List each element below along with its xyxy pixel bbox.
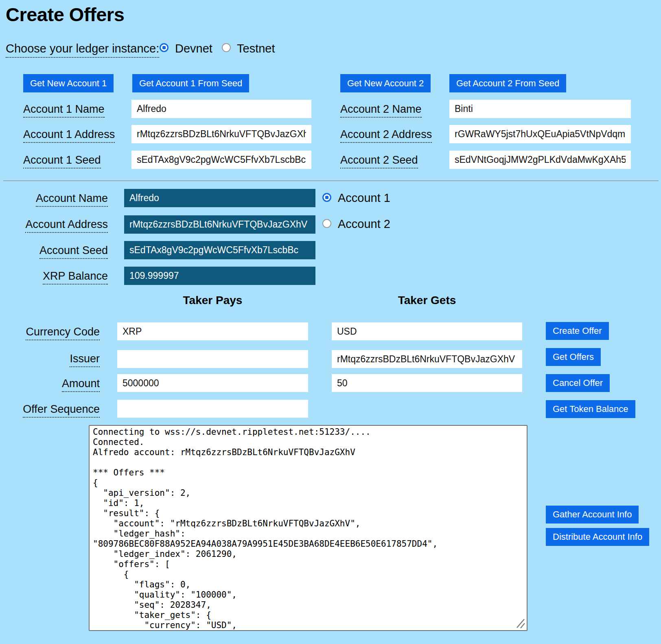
use-account2-radio-label: Account 2 <box>338 217 390 231</box>
account1-seed-label: Account 1 Seed <box>23 154 101 169</box>
selected-account-address-label: Account Address <box>25 218 108 233</box>
taker-gets-amount-input[interactable] <box>332 374 522 392</box>
account1-address-input[interactable] <box>131 125 311 143</box>
get-offers-button[interactable]: Get Offers <box>546 348 601 366</box>
selected-account-name-label: Account Name <box>36 192 108 207</box>
selected-account-address-field[interactable] <box>124 215 315 234</box>
testnet-radio-label: Testnet <box>237 42 275 55</box>
account2-seed-input[interactable] <box>449 151 631 169</box>
page-title: Create Offers <box>6 3 124 26</box>
account2-address-label: Account 2 Address <box>340 128 432 143</box>
selected-account-name-field[interactable] <box>124 189 315 207</box>
selected-account-seed-field[interactable] <box>124 241 315 259</box>
taker-pays-issuer-input[interactable] <box>117 350 308 368</box>
cancel-offer-button[interactable]: Cancel Offer <box>546 374 610 392</box>
create-offer-button[interactable]: Create Offer <box>546 322 609 340</box>
results-console[interactable]: Connecting to wss://s.devnet.rippletest.… <box>89 425 527 631</box>
account2-address-input[interactable] <box>449 125 631 143</box>
taker-gets-currency-input[interactable] <box>332 322 522 340</box>
use-account1-radio[interactable] <box>322 193 331 202</box>
currency-code-label: Currency Code <box>26 326 100 340</box>
testnet-radio[interactable] <box>222 43 231 52</box>
account2-name-input[interactable] <box>449 100 631 118</box>
get-account1-from-seed-button[interactable]: Get Account 1 From Seed <box>132 74 249 92</box>
section-divider <box>3 180 659 181</box>
offer-sequence-input[interactable] <box>117 400 308 418</box>
get-token-balance-button[interactable]: Get Token Balance <box>546 400 635 418</box>
distribute-account-info-button[interactable]: Distribute Account Info <box>546 528 649 546</box>
get-account2-from-seed-button[interactable]: Get Account 2 From Seed <box>449 74 566 92</box>
account2-name-label: Account 2 Name <box>340 103 422 118</box>
selected-account-seed-label: Account Seed <box>39 244 108 259</box>
taker-gets-header: Taker Gets <box>332 294 522 307</box>
account1-address-label: Account 1 Address <box>23 128 115 143</box>
taker-gets-issuer-input[interactable] <box>332 350 522 368</box>
get-new-account1-button[interactable]: Get New Account 1 <box>23 74 114 92</box>
issuer-label: Issuer <box>70 353 100 367</box>
taker-pays-currency-input[interactable] <box>117 322 308 340</box>
ledger-instance-label: Choose your ledger instance: <box>6 42 159 58</box>
get-new-account2-button[interactable]: Get New Account 2 <box>340 74 431 92</box>
create-offers-page: Create Offers Choose your ledger instanc… <box>0 0 661 644</box>
devnet-radio-label: Devnet <box>175 42 212 55</box>
account1-seed-input[interactable] <box>131 151 311 169</box>
taker-pays-amount-input[interactable] <box>117 374 308 392</box>
gather-account-info-button[interactable]: Gather Account Info <box>546 506 639 524</box>
amount-label: Amount <box>62 377 100 392</box>
xrp-balance-label: XRP Balance <box>43 270 108 285</box>
offer-sequence-label: Offer Sequence <box>23 403 100 418</box>
account1-name-input[interactable] <box>131 100 311 118</box>
account1-name-label: Account 1 Name <box>23 103 105 118</box>
account2-seed-label: Account 2 Seed <box>340 154 418 169</box>
devnet-radio[interactable] <box>160 43 169 52</box>
xrp-balance-field[interactable] <box>124 267 315 285</box>
use-account1-radio-label: Account 1 <box>338 191 390 205</box>
taker-pays-header: Taker Pays <box>117 294 308 307</box>
use-account2-radio[interactable] <box>322 219 331 228</box>
